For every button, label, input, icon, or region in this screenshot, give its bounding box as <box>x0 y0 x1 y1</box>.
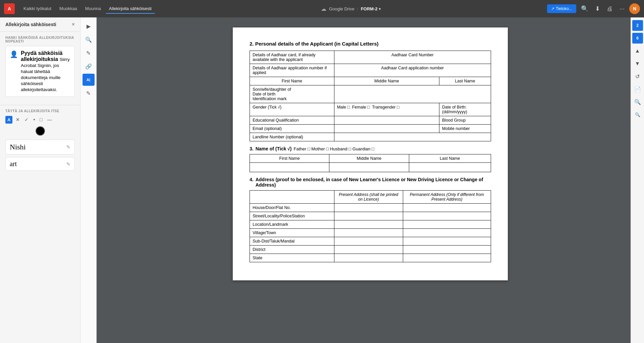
aadhaar-app-number-label: Aadhaar Card application number <box>334 64 491 77</box>
nav-item-kaikki[interactable]: Kaikki työkalut <box>20 4 55 14</box>
subdist-permanent <box>403 237 491 246</box>
text-field-tool[interactable]: A| <box>83 74 95 86</box>
gender-label: Gender (Tick √) <box>250 103 334 116</box>
table-row: Email (optional) Mobile number <box>250 125 491 133</box>
refresh-button[interactable]: ↺ <box>632 71 643 82</box>
draw-tool[interactable]: ✎ <box>83 47 95 59</box>
zoom-tool[interactable]: 🔍 <box>83 33 95 46</box>
download-button[interactable]: ⬇ <box>593 3 602 14</box>
page-number-6[interactable]: 6 <box>632 33 643 44</box>
sig-tools: A ✕ ✓ • □ — <box>5 116 75 124</box>
toolbar-path: Google Drive / FORM-2 ▾ <box>329 6 381 11</box>
more-button[interactable]: ··· <box>618 3 627 14</box>
section3-num: 3. <box>250 146 254 151</box>
app-logo: A <box>4 3 15 14</box>
street-present <box>334 212 403 220</box>
cursor-tool[interactable]: ▶ <box>83 20 95 32</box>
first-name-header: First Name <box>250 77 334 85</box>
person-icon: 👤 <box>10 50 18 58</box>
document-icon-button[interactable]: 📄 <box>632 84 643 94</box>
village-label: Village/Town <box>250 229 334 237</box>
avatar[interactable]: N <box>629 3 640 14</box>
location-present <box>334 220 403 229</box>
street-permanent <box>403 212 491 220</box>
dot-tool[interactable]: • <box>32 116 36 124</box>
relation-label: Son/wife/daughter ofDate of birthIdentif… <box>250 85 334 103</box>
left-panel: Allekirjoita sähköisesti × HANKI SÄHKÖIS… <box>0 17 80 343</box>
signature-art[interactable]: art ✎ <box>5 157 75 171</box>
table-row: Location/Landmark <box>250 220 491 229</box>
tietoko-button[interactable]: ↗ Tietoko... <box>547 4 576 13</box>
aadhaar-app-label: Details of Aadhaar application number if… <box>250 64 334 77</box>
toolbar-nav: Kaikki työkalut Muokkaa Muunna Allekirjo… <box>20 4 155 14</box>
color-swatch[interactable] <box>36 126 45 136</box>
promo-box-header: 👤 Pyydä sähköisiä allekirjoituksia Siirr… <box>10 50 70 92</box>
edit-art-icon[interactable]: ✎ <box>66 161 70 167</box>
link-tool[interactable]: 🔗 <box>83 60 95 72</box>
section4-title: Address (proof to be enclosed, in case o… <box>256 177 491 188</box>
scroll-down-button[interactable]: ▼ <box>632 58 643 69</box>
table-row: Landline Number (optional) <box>250 133 491 141</box>
name3-last: Last Name <box>409 154 491 163</box>
promo-box[interactable]: 👤 Pyydä sähköisiä allekirjoituksia Siirr… <box>5 46 75 97</box>
name-of-table: First Name Middle Name Last Name <box>250 154 491 172</box>
location-permanent <box>403 220 491 229</box>
signature-nishi-text: Nishi <box>10 143 26 151</box>
line-tool[interactable]: — <box>46 116 53 124</box>
table-row: Son/wife/daughter ofDate of birthIdentif… <box>250 85 491 103</box>
permanent-address-header: Permanent Address (Only if different fro… <box>403 191 491 204</box>
left-panel-title: Allekirjoita sähköisesti <box>5 22 56 27</box>
district-present <box>334 246 403 254</box>
table-row: House/Door/Flat No. <box>250 204 491 212</box>
promo-title: Pyydä sähköisiä allekirjoituksia <box>21 50 63 62</box>
edit-nishi-icon[interactable]: ✎ <box>66 144 70 150</box>
text-tool[interactable]: A <box>5 116 12 124</box>
scroll-up-button[interactable]: ▲ <box>632 46 643 56</box>
gender-options: Male □ Female □ Transgender □ <box>334 103 439 116</box>
cross-tool[interactable]: ✕ <box>14 116 21 124</box>
section3-title: Name of (Tick √) <box>256 146 292 151</box>
table-row: Educational Qualification Blood Group <box>250 116 491 125</box>
house-label: House/Door/Flat No. <box>250 204 334 212</box>
house-permanent <box>403 204 491 212</box>
signature-art-text: art <box>10 160 17 168</box>
name3-first: First Name <box>250 154 329 163</box>
stamp-tool[interactable]: ✎ <box>83 87 95 99</box>
close-panel-button[interactable]: × <box>72 21 75 27</box>
zoom-in-button[interactable]: 🔍 <box>632 96 643 107</box>
left-panel-header: Allekirjoita sähköisesti × <box>0 17 80 32</box>
email-value <box>334 125 439 133</box>
present-address-header: Present Address (shall be printed on Lic… <box>334 191 403 204</box>
right-panel: 2 6 ▲ ▼ ↺ 📄 🔍 🔍 <box>631 17 644 343</box>
nav-item-muokkaa[interactable]: Muokkaa <box>56 4 80 14</box>
landline-value <box>334 133 491 141</box>
house-present <box>334 204 403 212</box>
print-button[interactable]: 🖨 <box>605 3 615 14</box>
name3-middle: Middle Name <box>329 154 409 163</box>
promo-section-label: HANKI SÄHKÖISIÄ ALLEKIRJOITUKSIA NOPEAST… <box>5 36 75 43</box>
dob-cell: Date of Birth:(dd/mm/yyyy) <box>439 103 491 116</box>
rect-tool[interactable]: □ <box>38 116 44 124</box>
promo-desc: Siirry Acrobat Signiin, jos haluat lähet… <box>21 57 70 92</box>
cloud-icon: ☁ <box>321 6 326 12</box>
search-button[interactable]: 🔍 <box>579 3 590 14</box>
district-permanent <box>403 246 491 254</box>
check-tool[interactable]: ✓ <box>23 116 30 124</box>
table-row: First Name Middle Name Last Name <box>250 77 491 85</box>
landline-label: Landline Number (optional) <box>250 133 334 141</box>
nav-item-allekirjoita[interactable]: Allekirjoita sähköisesti <box>106 4 155 14</box>
section3-row: 3. Name of (Tick √) Father □ Mother □ Hu… <box>250 146 491 151</box>
district-label: District <box>250 246 334 254</box>
page-number-2[interactable]: 2 <box>632 20 643 31</box>
table-row: Details of Aadhaar application number if… <box>250 64 491 77</box>
table-row: Sub-Dist/Taluk/Mandal <box>250 237 491 246</box>
nav-item-muunna[interactable]: Muunna <box>82 4 104 14</box>
pdf-page: 2. Personal details of the Applicant (in… <box>233 27 508 280</box>
table-row: Village/Town <box>250 229 491 237</box>
main-content: 2. Personal details of the Applicant (in… <box>97 17 644 343</box>
relation-value <box>334 85 491 103</box>
edu-qual-value <box>334 116 439 125</box>
zoom-out-button[interactable]: 🔍 <box>632 109 643 120</box>
signature-nishi[interactable]: Nishi ✎ <box>5 140 75 154</box>
table-row: Details of Aadhaar card, if already avai… <box>250 51 491 64</box>
